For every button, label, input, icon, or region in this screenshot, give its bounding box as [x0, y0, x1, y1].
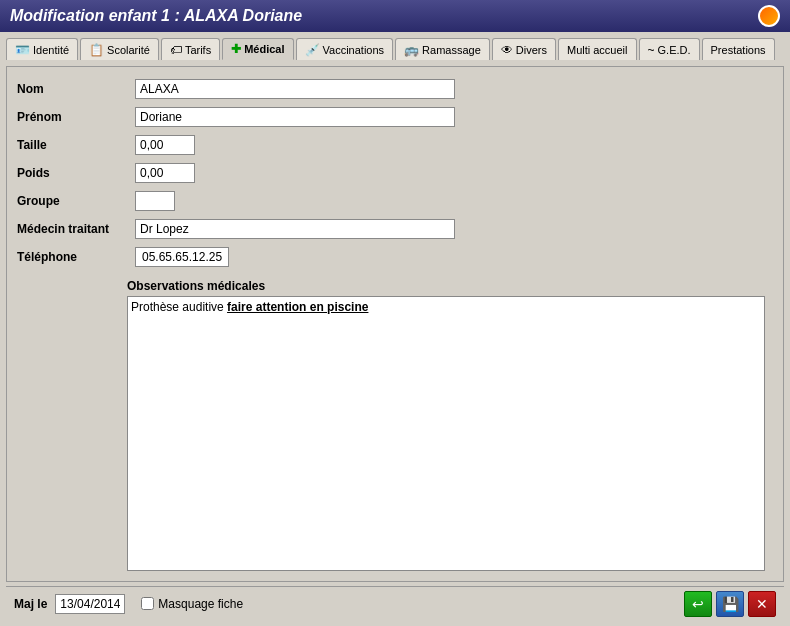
masquage-label: Masquage fiche — [158, 597, 243, 611]
nom-row: Nom — [17, 79, 773, 99]
tab-scolarite[interactable]: 📋 Scolarité — [80, 38, 159, 60]
telephone-label: Téléphone — [17, 250, 127, 264]
save-button[interactable]: 💾 — [716, 591, 744, 617]
groupe-input[interactable] — [135, 191, 175, 211]
poids-input[interactable] — [135, 163, 195, 183]
medecin-label: Médecin traitant — [17, 222, 127, 236]
observations-section: Observations médicales Prothèse auditive… — [17, 279, 773, 571]
tab-bar: 🪪 Identité 📋 Scolarité 🏷 Tarifs ✚ Médica… — [6, 38, 784, 60]
groupe-row: Groupe — [17, 191, 773, 211]
tab-vaccinations[interactable]: 💉 Vaccinations — [296, 38, 394, 60]
tab-medical-label: Médical — [244, 43, 284, 55]
tab-multi-accueil-label: Multi accueil — [567, 44, 628, 56]
poids-row: Poids — [17, 163, 773, 183]
save-icon: 💾 — [722, 596, 739, 612]
tab-tarifs-label: Tarifs — [185, 44, 211, 56]
maj-date-input[interactable] — [55, 594, 125, 614]
telephone-value[interactable]: 05.65.65.12.25 — [135, 247, 229, 267]
tab-ramassage[interactable]: 🚌 Ramassage — [395, 38, 490, 60]
tab-scolarite-label: Scolarité — [107, 44, 150, 56]
observations-textarea[interactable] — [127, 296, 765, 571]
divers-icon: 👁 — [501, 43, 513, 57]
poids-label: Poids — [17, 166, 127, 180]
nom-input[interactable] — [135, 79, 455, 99]
action-button-1[interactable]: ↩ — [684, 591, 712, 617]
tab-ged-label: G.E.D. — [658, 44, 691, 56]
observations-label: Observations médicales — [127, 279, 773, 293]
tab-prestations-label: Prestations — [711, 44, 766, 56]
tab-identite-label: Identité — [33, 44, 69, 56]
ged-icon: ~ — [648, 43, 655, 57]
taille-input[interactable] — [135, 135, 195, 155]
medecin-input[interactable] — [135, 219, 455, 239]
tab-divers-label: Divers — [516, 44, 547, 56]
tab-multi-accueil[interactable]: Multi accueil — [558, 38, 637, 60]
nom-label: Nom — [17, 82, 127, 96]
window-title: Modification enfant 1 : ALAXA Doriane — [10, 7, 302, 25]
masquage-checkbox-area: Masquage fiche — [141, 597, 243, 611]
tab-identite[interactable]: 🪪 Identité — [6, 38, 78, 60]
tab-ramassage-label: Ramassage — [422, 44, 481, 56]
tab-vaccinations-label: Vaccinations — [323, 44, 385, 56]
prenom-row: Prénom — [17, 107, 773, 127]
tab-ged[interactable]: ~ G.E.D. — [639, 38, 700, 60]
taille-label: Taille — [17, 138, 127, 152]
identite-icon: 🪪 — [15, 43, 30, 57]
tab-prestations[interactable]: Prestations — [702, 38, 775, 60]
groupe-label: Groupe — [17, 194, 127, 208]
telephone-row: Téléphone 05.65.65.12.25 — [17, 247, 773, 267]
prenom-input[interactable] — [135, 107, 455, 127]
prenom-label: Prénom — [17, 110, 127, 124]
btn1-icon: ↩ — [692, 596, 704, 612]
masquage-checkbox[interactable] — [141, 597, 154, 610]
form-area: Nom Prénom Taille Poids Groupe Médecin t… — [6, 66, 784, 582]
tab-tarifs[interactable]: 🏷 Tarifs — [161, 38, 220, 60]
scolarite-icon: 📋 — [89, 43, 104, 57]
maj-label: Maj le — [14, 597, 47, 611]
close-button[interactable]: ✕ — [748, 591, 776, 617]
bottom-bar: Maj le Masquage fiche ↩ 💾 ✕ — [6, 586, 784, 620]
tab-divers[interactable]: 👁 Divers — [492, 38, 556, 60]
tab-medical[interactable]: ✚ Médical — [222, 38, 293, 60]
ramassage-icon: 🚌 — [404, 43, 419, 57]
title-icon — [758, 5, 780, 27]
main-content: 🪪 Identité 📋 Scolarité 🏷 Tarifs ✚ Médica… — [0, 32, 790, 626]
medical-icon: ✚ — [231, 42, 241, 56]
tarifs-icon: 🏷 — [170, 43, 182, 57]
taille-row: Taille — [17, 135, 773, 155]
vaccinations-icon: 💉 — [305, 43, 320, 57]
bottom-buttons: ↩ 💾 ✕ — [684, 591, 776, 617]
title-bar: Modification enfant 1 : ALAXA Doriane — [0, 0, 790, 32]
medecin-row: Médecin traitant — [17, 219, 773, 239]
close-icon: ✕ — [756, 596, 768, 612]
